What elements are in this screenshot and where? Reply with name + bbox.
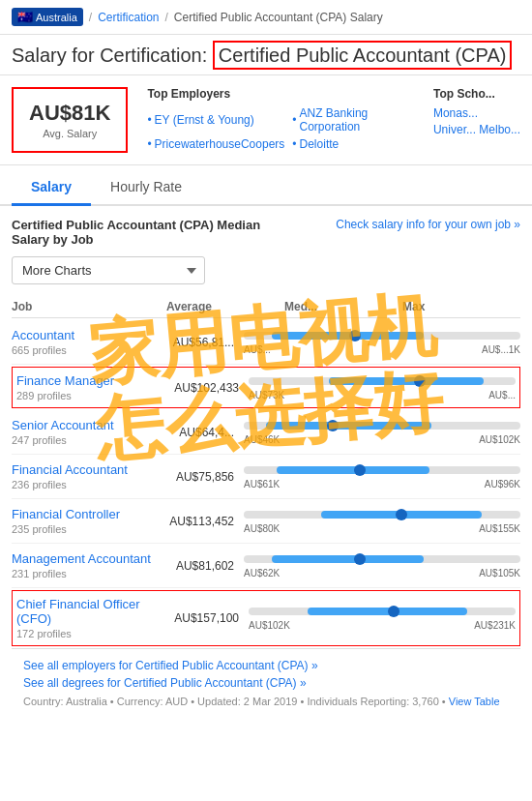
job-avg-3: AU$75,856 bbox=[166, 470, 244, 484]
range-bar-container-3 bbox=[244, 466, 520, 474]
job-link-6[interactable]: Chief Financial Officer (CFO) bbox=[16, 597, 171, 626]
breadcrumb-sep2: / bbox=[165, 11, 168, 24]
range-min-5: AU$62K bbox=[244, 568, 280, 578]
employer-link-2[interactable]: ANZ Banking Corporation bbox=[292, 106, 414, 134]
job-profiles-0: 665 profiles bbox=[12, 344, 166, 356]
range-bar-5 bbox=[272, 555, 424, 563]
job-avg-5: AU$81,602 bbox=[166, 559, 244, 573]
job-name-col-0: Accountant 665 profiles bbox=[12, 328, 166, 356]
job-avg-2: AU$64,4... bbox=[166, 426, 244, 439]
tab-salary[interactable]: Salary bbox=[12, 169, 91, 204]
top-employers-title: Top Employers bbox=[147, 87, 414, 101]
school-link-1[interactable]: Univer... Melbo... bbox=[433, 123, 520, 136]
breadcrumb-certification-link[interactable]: Certification bbox=[98, 11, 159, 24]
range-max-5: AU$105K bbox=[479, 568, 520, 578]
degrees-link[interactable]: See all degrees for Certified Public Acc… bbox=[23, 676, 509, 690]
job-row-3: Financial Accountant 236 profiles AU$75,… bbox=[12, 455, 520, 499]
col-header-max: Max bbox=[402, 300, 520, 313]
breadcrumb-current: Certified Public Accountant (CPA) Salary bbox=[174, 11, 383, 24]
range-min-3: AU$61K bbox=[244, 479, 280, 490]
range-dot-2 bbox=[327, 420, 339, 431]
range-labels-2: AU$46K AU$102K bbox=[244, 434, 520, 445]
top-schools: Top Scho... Monas... Univer... Melbo... bbox=[433, 87, 520, 153]
col-header-job: Job bbox=[12, 300, 166, 313]
range-min-2: AU$46K bbox=[244, 434, 280, 445]
range-bar-container-1 bbox=[249, 377, 516, 385]
job-rows-container: Accountant 665 profiles AU$56,81... AU$.… bbox=[12, 320, 520, 646]
range-min-4: AU$80K bbox=[244, 523, 280, 534]
job-profiles-6: 172 profiles bbox=[16, 628, 171, 639]
range-min-0: AU$... bbox=[244, 344, 271, 355]
page-title-prefix: Salary for Certification: bbox=[12, 44, 207, 66]
tab-hourly-rate[interactable]: Hourly Rate bbox=[91, 169, 201, 204]
job-range-col-6: AU$102K AU$231K bbox=[249, 606, 516, 631]
job-link-5[interactable]: Management Accountant bbox=[12, 551, 166, 566]
job-link-1[interactable]: Finance Manager bbox=[16, 373, 171, 388]
job-link-4[interactable]: Financial Controller bbox=[12, 507, 166, 521]
range-bar-2 bbox=[266, 422, 432, 430]
employer-link-1[interactable]: PricewaterhouseCoopers bbox=[147, 137, 284, 151]
range-dot-6 bbox=[388, 606, 399, 617]
job-link-3[interactable]: Financial Accountant bbox=[12, 462, 166, 477]
avg-salary-amount: AU$81K bbox=[29, 101, 110, 126]
view-table-link[interactable]: View Table bbox=[449, 696, 500, 707]
employer-link-3[interactable]: Deloitte bbox=[292, 137, 414, 151]
tabs-row: Salary Hourly Rate bbox=[0, 169, 532, 206]
range-labels-1: AU$73K AU$... bbox=[249, 390, 516, 400]
range-min-1: AU$73K bbox=[249, 390, 284, 400]
range-bar-0 bbox=[272, 332, 424, 340]
check-salary-link[interactable]: Check salary info for your own job » bbox=[336, 218, 520, 231]
range-max-4: AU$155K bbox=[479, 523, 520, 534]
range-max-3: AU$96K bbox=[485, 479, 520, 490]
job-link-0[interactable]: Accountant bbox=[12, 328, 166, 342]
range-bar-container-0 bbox=[244, 332, 520, 340]
range-max-2: AU$102K bbox=[479, 434, 520, 445]
col-header-avg: Average bbox=[166, 300, 284, 313]
country-flag-button[interactable]: 🇦🇺 Australia bbox=[12, 8, 83, 26]
job-row-5: Management Accountant 231 profiles AU$81… bbox=[12, 544, 520, 588]
page-title-bar: Salary for Certification: Certified Publ… bbox=[0, 35, 532, 75]
job-row-1: Finance Manager 289 profiles AU$102,433 … bbox=[12, 367, 520, 408]
job-name-col-6: Chief Financial Officer (CFO) 172 profil… bbox=[16, 597, 171, 639]
job-profiles-3: 236 profiles bbox=[12, 479, 166, 490]
range-min-6: AU$102K bbox=[249, 620, 290, 631]
range-max-1: AU$... bbox=[488, 390, 516, 400]
top-schools-title: Top Scho... bbox=[433, 87, 520, 101]
footer-links: See all employers for Certified Public A… bbox=[12, 648, 520, 717]
range-dot-1 bbox=[414, 375, 426, 387]
job-name-col-2: Senior Accountant 247 profiles bbox=[12, 418, 166, 446]
flag-emoji: 🇦🇺 bbox=[17, 10, 33, 24]
range-max-0: AU$...1K bbox=[482, 344, 520, 355]
job-range-col-3: AU$61K AU$96K bbox=[244, 464, 520, 490]
school-link-0[interactable]: Monas... bbox=[433, 106, 520, 120]
avg-salary-box: AU$81K Avg. Salary bbox=[12, 87, 128, 153]
range-bar-container-5 bbox=[244, 555, 520, 563]
more-charts-select[interactable]: More Charts bbox=[12, 256, 205, 284]
employer-list: EY (Ernst & Young) ANZ Banking Corporati… bbox=[147, 106, 414, 151]
cert-name: Certified Public Accountant (CPA) bbox=[213, 41, 513, 70]
job-link-2[interactable]: Senior Accountant bbox=[12, 418, 166, 432]
salary-section-header: Certified Public Accountant (CPA) Median… bbox=[12, 218, 520, 247]
avg-salary-label: Avg. Salary bbox=[29, 128, 110, 139]
range-labels-3: AU$61K AU$96K bbox=[244, 479, 520, 490]
employer-link-0[interactable]: EY (Ernst & Young) bbox=[147, 106, 284, 134]
range-labels-4: AU$80K AU$155K bbox=[244, 523, 520, 534]
footer-meta: Country: Australia • Currency: AUD • Upd… bbox=[23, 696, 509, 707]
job-row-6: Chief Financial Officer (CFO) 172 profil… bbox=[12, 590, 520, 646]
employers-link[interactable]: See all employers for Certified Public A… bbox=[23, 659, 509, 672]
job-name-col-1: Finance Manager 289 profiles bbox=[16, 373, 171, 401]
job-avg-1: AU$102,433 bbox=[171, 381, 249, 395]
range-bar-container-6 bbox=[249, 608, 516, 615]
job-avg-6: AU$157,100 bbox=[171, 611, 249, 625]
range-bar-container-4 bbox=[244, 511, 520, 519]
range-bar-container-2 bbox=[244, 422, 520, 430]
more-charts-row: More Charts bbox=[12, 256, 520, 284]
job-profiles-5: 231 profiles bbox=[12, 568, 166, 579]
range-max-6: AU$231K bbox=[474, 620, 516, 631]
country-label: Australia bbox=[36, 12, 77, 23]
range-dot-3 bbox=[354, 464, 366, 476]
breadcrumb-sep1: / bbox=[89, 11, 92, 24]
job-row-4: Financial Controller 235 profiles AU$113… bbox=[12, 499, 520, 544]
job-range-col-0: AU$... AU$...1K bbox=[244, 330, 520, 355]
job-range-col-4: AU$80K AU$155K bbox=[244, 509, 520, 534]
